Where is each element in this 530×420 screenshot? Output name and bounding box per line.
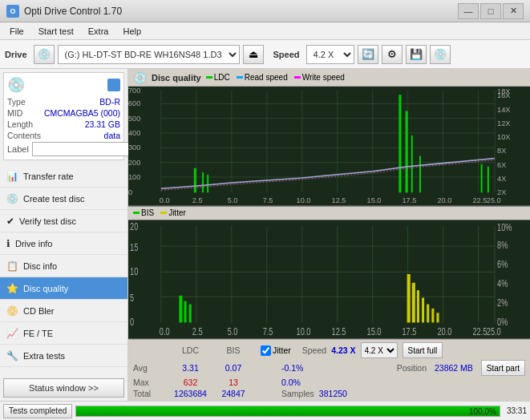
read-speed-legend-dot bbox=[237, 76, 243, 79]
extra-tests-icon: 🔧 bbox=[6, 350, 18, 361]
sidebar-item-create-test-disc[interactable]: 💿 Create test disc bbox=[0, 188, 127, 210]
svg-text:15.0: 15.0 bbox=[367, 196, 382, 204]
sidebar-item-verify-test-disc[interactable]: ✔ Verify test disc bbox=[0, 210, 127, 232]
main-area: 💿 Type BD-R MID CMCMAGBA5 (000) Length 2… bbox=[0, 69, 530, 401]
speed-stat-value: 4.23 X bbox=[331, 345, 355, 355]
minimize-button[interactable]: — bbox=[458, 3, 479, 19]
extra-tests-label: Extra tests bbox=[23, 351, 65, 361]
chart1-svg: 0 100 200 300 400 500 600 700 2X 4X 6X 8… bbox=[128, 87, 530, 205]
refresh-button[interactable]: 🔄 bbox=[358, 45, 378, 64]
read-speed-legend-label: Read speed bbox=[245, 73, 288, 82]
sidebar-item-extra-tests[interactable]: 🔧 Extra tests bbox=[0, 345, 127, 367]
content-area: 💿 Disc quality LDC Read speed Write spee… bbox=[128, 69, 530, 401]
speed-stat-select[interactable]: 4.2 X bbox=[361, 342, 398, 358]
svg-rect-92 bbox=[179, 295, 182, 322]
sidebar-item-fe-te[interactable]: 📈 FE / TE bbox=[0, 322, 127, 345]
svg-rect-48 bbox=[399, 95, 401, 192]
svg-text:2%: 2% bbox=[497, 297, 508, 308]
bis-legend-dot bbox=[133, 212, 140, 214]
svg-text:7.5: 7.5 bbox=[263, 196, 273, 204]
svg-rect-94 bbox=[189, 304, 192, 322]
svg-text:12.5: 12.5 bbox=[332, 196, 346, 204]
bis-legend-label: BIS bbox=[141, 208, 154, 217]
speed-label: Speed bbox=[273, 50, 300, 59]
svg-text:10.0: 10.0 bbox=[297, 326, 311, 337]
verify-test-disc-icon: ✔ bbox=[6, 216, 14, 227]
transfer-rate-label: Transfer rate bbox=[23, 172, 74, 181]
sidebar-item-transfer-rate[interactable]: 📊 Transfer rate bbox=[0, 165, 127, 188]
svg-text:25.0: 25.0 bbox=[487, 196, 501, 204]
svg-text:2X: 2X bbox=[497, 188, 506, 196]
start-part-button[interactable]: Start part bbox=[481, 360, 525, 376]
svg-text:100: 100 bbox=[128, 173, 140, 181]
svg-text:300: 300 bbox=[128, 143, 140, 151]
svg-text:12X: 12X bbox=[497, 119, 510, 127]
close-button[interactable]: ✕ bbox=[503, 3, 524, 19]
svg-rect-50 bbox=[411, 135, 413, 192]
content-header: 💿 Disc quality LDC Read speed Write spee… bbox=[128, 69, 530, 87]
svg-rect-95 bbox=[407, 274, 411, 322]
disc-info-icon: 📋 bbox=[6, 260, 18, 272]
cd-bler-label: CD Bler bbox=[23, 306, 55, 316]
svg-text:25.0: 25.0 bbox=[487, 326, 501, 337]
svg-text:6%: 6% bbox=[497, 258, 508, 269]
max-bis: 13 bbox=[217, 378, 249, 387]
svg-text:200: 200 bbox=[128, 159, 140, 167]
menu-file[interactable]: File bbox=[3, 25, 30, 38]
svg-text:20.0: 20.0 bbox=[437, 326, 451, 337]
status-window-button[interactable]: Status window >> bbox=[3, 378, 124, 398]
ldc-legend-label: LDC bbox=[214, 73, 230, 82]
jitter-legend-label: Jitter bbox=[168, 208, 186, 217]
disc-panel-icon: 💿 bbox=[7, 76, 25, 94]
fe-te-label: FE / TE bbox=[23, 329, 53, 338]
type-value: BD-R bbox=[99, 97, 120, 107]
export-button[interactable]: 💾 bbox=[406, 45, 427, 64]
chart2-container: 0 5 10 15 20 0% 2% 4% 6% 8% 10% 0.0 2.5 … bbox=[128, 220, 530, 340]
tests-completed-button[interactable]: Tests completed bbox=[3, 404, 72, 418]
sidebar-nav: 📊 Transfer rate 💿 Create test disc ✔ Ver… bbox=[0, 165, 127, 367]
eject-button[interactable]: ⏏ bbox=[243, 45, 264, 64]
svg-text:18X: 18X bbox=[497, 87, 510, 95]
sidebar-item-drive-info[interactable]: ℹ Drive info bbox=[0, 232, 127, 255]
menu-start-test[interactable]: Start test bbox=[32, 25, 80, 38]
total-label: Total bbox=[133, 389, 164, 398]
svg-text:10: 10 bbox=[130, 266, 138, 277]
label-input[interactable] bbox=[32, 142, 139, 156]
sidebar-item-disc-quality[interactable]: ⭐ Disc quality bbox=[0, 277, 127, 300]
verify-test-disc-label: Verify test disc bbox=[19, 216, 76, 226]
drive-select[interactable]: (G:) HL-DT-ST BD-RE WH16NS48 1.D3 bbox=[58, 45, 240, 64]
svg-text:4X: 4X bbox=[497, 175, 506, 183]
toolbar: Drive 💿 (G:) HL-DT-ST BD-RE WH16NS48 1.D… bbox=[0, 40, 530, 69]
sidebar-item-cd-bler[interactable]: 📀 CD Bler bbox=[0, 300, 127, 322]
titlebar: O Opti Drive Control 1.70 — □ ✕ bbox=[0, 0, 530, 22]
max-label: Max bbox=[133, 378, 164, 387]
svg-text:10X: 10X bbox=[497, 133, 510, 141]
jitter-checkbox-label[interactable]: Jitter bbox=[261, 345, 291, 356]
ldc-legend-dot bbox=[206, 76, 212, 79]
chart2-legend: BIS Jitter bbox=[133, 208, 186, 217]
sidebar-item-disc-info[interactable]: 📋 Disc info bbox=[0, 255, 127, 277]
jitter-legend-dot bbox=[160, 212, 167, 214]
svg-text:2.5: 2.5 bbox=[192, 326, 203, 337]
menubar: File Start test Extra Help bbox=[0, 22, 530, 40]
svg-text:5: 5 bbox=[130, 292, 134, 302]
window-title: Opti Drive Control 1.70 bbox=[24, 6, 122, 17]
svg-text:8%: 8% bbox=[497, 239, 508, 249]
transfer-rate-icon: 📊 bbox=[6, 171, 18, 182]
svg-text:22.5: 22.5 bbox=[472, 196, 487, 204]
svg-rect-49 bbox=[406, 111, 408, 193]
jitter-checkbox[interactable] bbox=[261, 345, 271, 356]
svg-rect-45 bbox=[194, 168, 196, 193]
samples-label: Samples bbox=[281, 389, 314, 398]
write-speed-legend-label: Write speed bbox=[302, 73, 345, 82]
menu-help[interactable]: Help bbox=[116, 25, 148, 38]
start-full-button[interactable]: Start full bbox=[403, 342, 443, 358]
settings-button[interactable]: ⚙ bbox=[382, 45, 403, 64]
disc-button[interactable]: 💿 bbox=[430, 45, 451, 64]
svg-text:700: 700 bbox=[128, 87, 140, 95]
maximize-button[interactable]: □ bbox=[480, 3, 501, 19]
menu-extra[interactable]: Extra bbox=[82, 25, 115, 38]
speed-select[interactable]: 4.2 X bbox=[306, 45, 354, 64]
write-speed-legend-dot bbox=[294, 76, 301, 79]
svg-rect-97 bbox=[417, 290, 419, 322]
